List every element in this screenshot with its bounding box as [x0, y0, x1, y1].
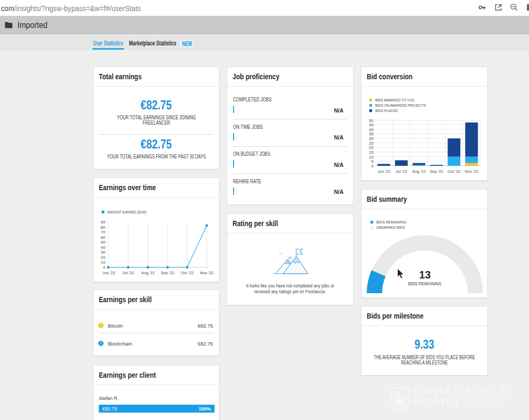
svg-text:20: 20 [369, 145, 374, 150]
svg-text:50: 50 [101, 240, 106, 245]
svg-text:BIDS AWARDED TO YOU: BIDS AWARDED TO YOU [375, 98, 414, 102]
svg-text:70: 70 [101, 230, 106, 235]
svg-text:Aug '22: Aug '22 [141, 270, 155, 275]
svg-text:5: 5 [372, 159, 374, 164]
svg-text:80: 80 [101, 225, 106, 230]
svg-text:BIDS REMAINING: BIDS REMAINING [409, 281, 442, 286]
svg-text:Oct '22: Oct '22 [448, 169, 461, 174]
svg-text:BIDS PLACED: BIDS PLACED [375, 108, 398, 113]
svg-text:BIDS REMAINING: BIDS REMAINING [376, 220, 406, 225]
svg-text:Nov '22: Nov '22 [200, 270, 214, 275]
svg-text:Nov '22: Nov '22 [465, 169, 479, 174]
svg-text:Oct '22: Oct '22 [181, 270, 194, 275]
svg-text:Sep '22: Sep '22 [161, 270, 174, 275]
svg-text:90: 90 [101, 220, 106, 225]
svg-text:60: 60 [101, 235, 106, 240]
svg-text:0: 0 [103, 265, 106, 270]
svg-text:Aug '22: Aug '22 [412, 169, 426, 174]
svg-text:13: 13 [419, 269, 431, 281]
svg-text:30: 30 [101, 250, 106, 255]
svg-text:0: 0 [372, 164, 374, 169]
svg-text:AMOUNT EARNED (EUR): AMOUNT EARNED (EUR) [107, 210, 146, 214]
svg-text:BIDS ON AWARDED PROJECTS: BIDS ON AWARDED PROJECTS [375, 103, 426, 108]
svg-text:10: 10 [101, 260, 106, 265]
svg-text:UNEARNED BIDS: UNEARNED BIDS [376, 225, 405, 230]
svg-text:Jul '22: Jul '22 [123, 270, 135, 275]
svg-text:Jun '22: Jun '22 [377, 169, 391, 174]
svg-text:Jun '22: Jun '22 [103, 270, 116, 275]
svg-text:Sep '22: Sep '22 [430, 169, 443, 174]
svg-text:Jul '22: Jul '22 [396, 169, 408, 174]
svg-text:20: 20 [101, 255, 106, 260]
svg-text:40: 40 [369, 127, 374, 132]
svg-text:40: 40 [101, 245, 106, 250]
